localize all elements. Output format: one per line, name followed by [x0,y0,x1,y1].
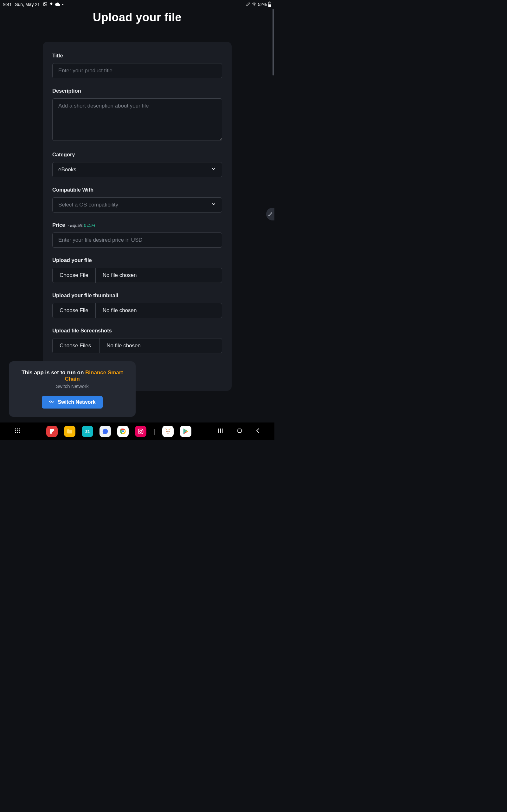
system-nav-bar: 21 | [0,422,274,440]
screenshots-input-row: Choose Files No file chosen [52,338,222,353]
svg-point-23 [142,430,143,430]
screenshots-group: Upload file Screenshots Choose Files No … [52,328,222,353]
price-difi-value: 0 DIFI [84,223,95,228]
network-toast: This app is set to run on Binance Smart … [9,361,135,417]
svg-point-14 [19,432,20,433]
chevron-down-icon [211,166,216,173]
battery-icon [268,2,271,8]
status-time: 9:41 [3,2,12,7]
home-button[interactable] [236,427,243,435]
svg-point-7 [17,428,18,429]
title-group: Title [52,53,222,78]
cloud-icon [55,2,60,7]
compatible-label: Compatible With [52,187,222,193]
svg-point-6 [15,428,16,429]
svg-marker-25 [165,428,168,430]
svg-point-12 [15,432,16,433]
svg-marker-24 [168,428,171,430]
scrollbar[interactable] [273,9,274,75]
compatible-group: Compatible With Select a OS compatibilit… [52,187,222,212]
svg-point-10 [17,430,18,431]
compatible-select[interactable]: Select a OS compatibility [52,197,222,212]
description-group: Description [52,88,222,142]
svg-rect-17 [52,431,53,432]
category-group: Category eBooks [52,152,222,177]
dock-apps: 21 | [46,426,191,437]
file-choose-button[interactable]: Choose File [53,268,96,283]
app-icon-metamask[interactable] [162,426,174,437]
battery-text: 52% [258,2,267,7]
price-label: Price [52,222,65,228]
svg-marker-28 [169,431,170,432]
status-bar: 9:41 Sun, May 21 • 52% [0,0,274,9]
svg-marker-26 [167,433,169,434]
svg-rect-5 [268,4,271,7]
description-label: Description [52,88,222,94]
app-icon-playstore[interactable] [180,426,191,437]
app-icon-calendar[interactable]: 21 [82,426,93,437]
recents-button[interactable] [217,428,224,435]
svg-rect-16 [52,429,54,431]
file-status-text: No file chosen [96,268,144,283]
description-input[interactable] [52,98,222,141]
title-label: Title [52,53,222,59]
chevron-down-icon [211,202,216,208]
thumbnail-label: Upload your file thumbnail [52,293,222,299]
price-sublabel: - Equals 0 DIFI [67,223,95,228]
category-selected-value: eBooks [58,166,76,172]
title-input[interactable] [52,63,222,78]
upload-form-card: Title Description Category eBooks Compat… [43,42,232,391]
status-left: 9:41 Sun, May 21 • [3,2,64,7]
dock-separator: | [153,428,155,435]
status-date: Sun, May 21 [15,2,40,7]
svg-rect-15 [50,429,52,434]
back-button[interactable] [256,427,260,435]
dot-icon: • [62,2,64,7]
compatible-placeholder: Select a OS compatibility [58,202,118,208]
wifi-icon [251,2,257,7]
svg-point-13 [17,432,18,433]
svg-marker-29 [167,431,169,432]
screenshots-choose-button[interactable]: Choose Files [53,339,100,353]
app-drawer-button[interactable] [14,428,20,435]
svg-marker-27 [166,431,167,432]
svg-point-11 [19,430,20,431]
svg-rect-33 [238,429,241,433]
edit-fab[interactable] [266,208,274,220]
thumbnail-choose-button[interactable]: Choose File [53,303,96,318]
svg-point-1 [44,3,45,4]
file-input-row: Choose File No file chosen [52,268,222,283]
switch-network-button[interactable]: Switch Network [42,396,102,409]
system-nav-buttons [217,427,260,435]
toast-subtitle: Switch Network [16,384,128,389]
toast-title: This app is set to run on Binance Smart … [16,369,128,382]
app-icon-messages[interactable] [100,426,111,437]
file-group: Upload your file Choose File No file cho… [52,257,222,283]
app-icon-instagram[interactable] [135,426,147,437]
price-group: Price - Equals 0 DIFI [52,222,222,248]
image-icon [43,2,48,7]
page-title: Upload your file [0,11,274,24]
screenshots-status-text: No file chosen [100,339,148,353]
thumbnail-status-text: No file chosen [96,303,144,318]
svg-point-2 [254,5,254,6]
thumbnail-input-row: Choose File No file chosen [52,303,222,318]
price-input[interactable] [52,233,222,248]
pencil-icon [246,2,250,7]
link-icon [49,399,55,405]
app-icon-files[interactable] [64,426,75,437]
app-icon-flipboard[interactable] [46,426,58,437]
screenshots-label: Upload file Screenshots [52,328,222,334]
bulb-icon [49,2,53,7]
file-label: Upload your file [52,257,222,263]
category-label: Category [52,152,222,158]
status-right: 52% [246,2,271,8]
app-icon-chrome[interactable] [117,426,129,437]
svg-point-8 [19,428,20,429]
thumbnail-group: Upload your file thumbnail Choose File N… [52,293,222,318]
svg-point-9 [15,430,16,431]
category-select[interactable]: eBooks [52,162,222,177]
svg-point-22 [140,430,142,433]
